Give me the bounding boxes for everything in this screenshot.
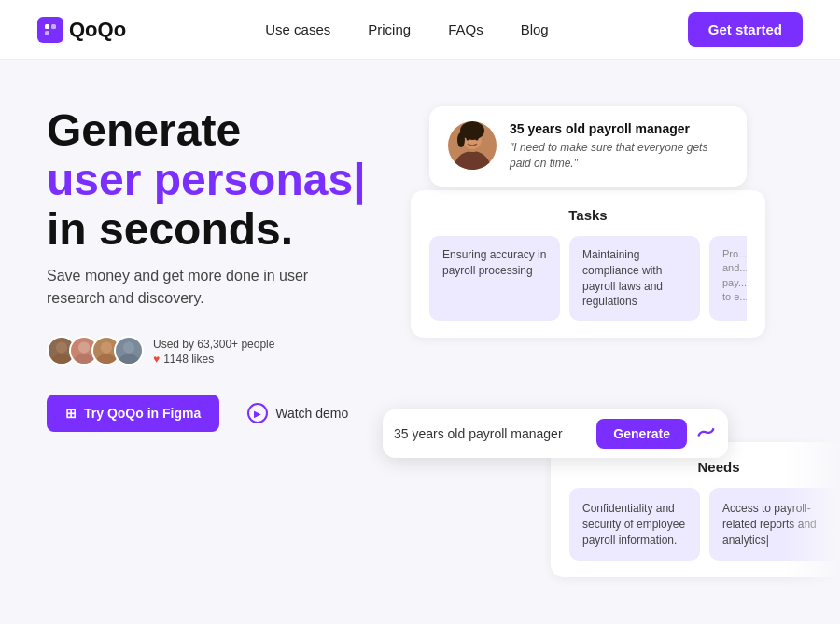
svg-point-17: [476, 138, 479, 141]
persona-name: 35 years old payroll manager: [510, 121, 728, 136]
hero-section: Generate user personas in seconds. Save …: [0, 60, 840, 624]
nav-use-cases[interactable]: Use cases: [265, 21, 330, 37]
persona-info: 35 years old payroll manager "I need to …: [510, 121, 728, 172]
hero-heading: Generate user personas in seconds.: [47, 106, 392, 254]
nav-faqs[interactable]: FAQs: [448, 21, 483, 37]
hero-right: 35 years old payroll manager "I need to …: [392, 78, 840, 624]
persona-avatar: [448, 121, 497, 170]
avatar-group: [47, 336, 144, 366]
used-by-text: Used by 63,300+ people: [153, 337, 274, 353]
persona-card: 35 years old payroll manager "I need to …: [429, 106, 747, 187]
heart-icon: ♥: [153, 353, 160, 366]
svg-point-15: [457, 132, 465, 147]
needs-label: Needs: [569, 459, 840, 475]
svg-point-7: [101, 342, 112, 354]
generate-bar: Generate 〜: [383, 409, 728, 458]
svg-point-6: [75, 354, 94, 365]
try-figma-button[interactable]: ⊞ Try QoQo in Figma: [47, 395, 219, 432]
svg-point-4: [52, 354, 72, 365]
watch-demo-button[interactable]: ▶ Watch demo: [232, 392, 363, 435]
hero-buttons: ⊞ Try QoQo in Figma ▶ Watch demo: [47, 392, 392, 435]
task-chip-3: Pro...and...pay...to e...: [709, 236, 747, 321]
persona-quote: "I need to make sure that everyone gets …: [510, 140, 728, 172]
social-proof: Used by 63,300+ people ♥ 1148 likes: [47, 336, 392, 366]
task-chip-1: Ensuring accuracy in payroll processing: [429, 236, 560, 321]
svg-point-3: [56, 342, 67, 354]
hero-left: Generate user personas in seconds. Save …: [0, 60, 392, 624]
get-started-button[interactable]: Get started: [688, 12, 803, 47]
task-chips: Ensuring accuracy in payroll processing …: [429, 236, 747, 321]
logo-text: QoQo: [69, 18, 126, 42]
swirl-icon: 〜: [693, 417, 721, 451]
svg-point-9: [123, 342, 134, 354]
need-chips: Confidentiality and security of employee…: [569, 488, 840, 561]
need-chip-1: Confidentiality and security of employee…: [569, 488, 700, 561]
svg-point-5: [78, 342, 90, 354]
svg-point-16: [467, 138, 469, 141]
navbar: QoQo Use cases Pricing FAQs Blog Get sta…: [0, 0, 840, 60]
need-chip-2: Access to payroll-related reports and an…: [709, 488, 840, 561]
hero-subtext: Save money and get more done in user res…: [47, 265, 345, 310]
avatar: [114, 336, 144, 366]
hero-heading-accent: user personas: [47, 155, 366, 204]
tasks-card: Tasks Ensuring accuracy in payroll proce…: [411, 190, 765, 338]
svg-rect-2: [45, 31, 49, 35]
social-text-block: Used by 63,300+ people ♥ 1148 likes: [153, 337, 274, 366]
likes-text: ♥ 1148 likes: [153, 353, 274, 366]
task-chip-2: Maintaining compliance with payroll laws…: [569, 236, 700, 321]
play-icon: ▶: [247, 403, 268, 423]
svg-point-10: [119, 354, 139, 365]
tasks-label: Tasks: [429, 207, 747, 223]
figma-icon: ⊞: [65, 406, 77, 421]
svg-rect-0: [45, 24, 49, 29]
nav-pricing[interactable]: Pricing: [368, 21, 411, 37]
generate-input[interactable]: [394, 426, 587, 441]
svg-rect-1: [51, 24, 56, 29]
logo-icon: [37, 17, 63, 43]
logo[interactable]: QoQo: [37, 17, 126, 43]
svg-point-11: [454, 151, 491, 170]
generate-button[interactable]: Generate: [596, 419, 687, 449]
nav-links: Use cases Pricing FAQs Blog: [265, 21, 548, 38]
needs-card: Needs Confidentiality and security of em…: [551, 442, 840, 577]
nav-blog[interactable]: Blog: [521, 21, 549, 37]
svg-point-8: [97, 354, 117, 365]
